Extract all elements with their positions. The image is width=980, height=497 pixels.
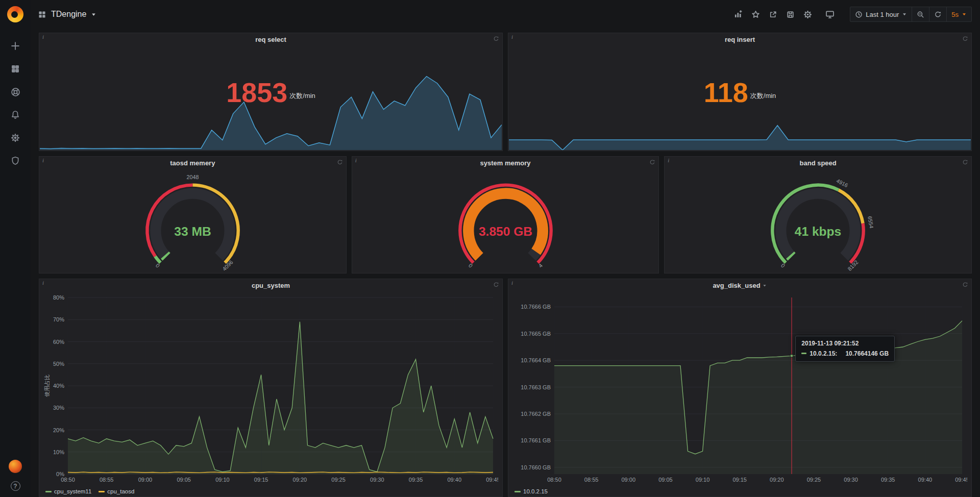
panel-info-icon[interactable]: i (42, 34, 44, 40)
svg-text:09:25: 09:25 (807, 477, 821, 483)
svg-text:09:25: 09:25 (331, 477, 346, 483)
cycle-view-mode-button[interactable] (822, 7, 838, 21)
time-controls: Last 1 hour 5s (850, 7, 972, 22)
svg-text:09:20: 09:20 (770, 477, 784, 483)
dashboard-grid-icon[interactable] (38, 10, 46, 19)
panel-loading-icon (962, 36, 968, 42)
svg-text:09:35: 09:35 (409, 477, 423, 483)
svg-text:50%: 50% (53, 361, 64, 367)
panel-taosd-memory: i taosd memery 02048409633 MB (39, 156, 347, 274)
chevron-down-icon[interactable] (91, 12, 96, 17)
panel-info-icon[interactable]: i (42, 157, 44, 163)
panel-req-insert: i req insert 118 次数/min (508, 33, 972, 151)
sidebar-item-server-admin[interactable] (6, 155, 24, 167)
stat-unit: 次数/min (289, 91, 315, 101)
share-icon (769, 10, 777, 19)
svg-text:41 kbps: 41 kbps (795, 225, 842, 238)
panel-menu-caret-icon[interactable] (762, 283, 767, 288)
sidebar-item-configuration[interactable] (6, 132, 24, 144)
panel-info-icon[interactable]: i (511, 34, 513, 40)
svg-text:10.7666 GB: 10.7666 GB (521, 304, 551, 310)
svg-text:3.850 GB: 3.850 GB (479, 225, 532, 238)
help-icon[interactable]: ? (11, 481, 20, 491)
monitor-icon (825, 10, 835, 19)
dashboards-icon (11, 64, 20, 73)
band-speed-gauge[interactable]: 049166554819241 kbps (669, 170, 967, 271)
svg-text:09:10: 09:10 (696, 477, 710, 483)
clock-icon (855, 11, 863, 18)
time-range-label: Last 1 hour (866, 11, 899, 18)
series-color-swatch (45, 491, 52, 492)
save-dashboard-button[interactable] (782, 7, 798, 21)
legend-item[interactable]: 10.0.2.15 (514, 488, 548, 494)
panel-title[interactable]: avg_disk_used (508, 279, 971, 292)
svg-text:09:00: 09:00 (622, 477, 636, 483)
add-panel-button[interactable] (730, 7, 746, 21)
user-avatar[interactable] (9, 460, 22, 473)
cpu-system-graph[interactable]: 08:5008:5509:0009:0509:1009:1509:2009:25… (43, 293, 498, 483)
series-color-swatch (801, 353, 806, 354)
refresh-interval-dropdown[interactable]: 5s (946, 7, 971, 21)
graph-legend: cpu_system11cpu_taosd (45, 488, 134, 494)
svg-text:10%: 10% (53, 449, 64, 455)
svg-text:2048: 2048 (187, 174, 199, 180)
panel-title[interactable]: req insert (508, 33, 971, 46)
sidebar-item-dashboards[interactable] (6, 63, 24, 75)
svg-text:60%: 60% (53, 339, 64, 345)
dashboard-grid: i req select 1853 次数/min i req insert 11… (31, 29, 980, 497)
svg-text:4916: 4916 (836, 178, 849, 189)
svg-text:0%: 0% (56, 471, 64, 477)
panel-info-icon[interactable]: i (355, 157, 357, 163)
refresh-interval-label: 5s (951, 11, 959, 18)
chevron-down-icon (962, 12, 967, 17)
save-icon (786, 10, 795, 19)
svg-text:10.7663 GB: 10.7663 GB (521, 384, 551, 390)
zoom-out-button[interactable] (912, 7, 929, 21)
svg-text:10.7660 GB: 10.7660 GB (521, 464, 551, 470)
svg-text:33 MB: 33 MB (174, 225, 211, 238)
svg-text:10.7664 GB: 10.7664 GB (521, 357, 551, 363)
series-color-swatch (99, 491, 105, 492)
legend-item[interactable]: cpu_taosd (99, 488, 134, 494)
panel-title[interactable]: req select (39, 33, 502, 46)
svg-text:10.7662 GB: 10.7662 GB (521, 411, 551, 417)
sidebar: ? (0, 0, 31, 497)
taosd-memory-gauge[interactable]: 02048409633 MB (43, 170, 342, 271)
grafana-logo[interactable] (0, 0, 31, 29)
svg-text:40%: 40% (53, 383, 64, 389)
sidebar-item-alerting[interactable] (6, 109, 24, 121)
panel-title-text: avg_disk_used (713, 282, 760, 289)
svg-text:09:05: 09:05 (177, 477, 191, 483)
svg-text:09:05: 09:05 (658, 477, 673, 483)
panel-info-icon[interactable]: i (511, 280, 513, 286)
svg-text:70%: 70% (53, 316, 64, 322)
svg-text:09:40: 09:40 (448, 477, 462, 483)
panel-loading-icon (962, 159, 968, 165)
svg-text:0: 0 (780, 262, 787, 269)
sidebar-item-create[interactable] (6, 40, 24, 52)
panel-system-memory: i system memory 043.850 GB (352, 156, 659, 274)
series-color-swatch (514, 491, 521, 492)
gear-icon (803, 10, 812, 19)
sidebar-item-explore[interactable] (6, 86, 24, 98)
refresh-button[interactable] (929, 7, 946, 21)
svg-text:08:55: 08:55 (100, 477, 114, 483)
avg-disk-used-graph[interactable]: 08:5008:5509:0009:0509:1009:1509:2009:25… (512, 293, 967, 483)
legend-item[interactable]: cpu_system11 (45, 488, 91, 494)
system-memory-gauge[interactable]: 043.850 GB (356, 170, 655, 271)
panel-info-icon[interactable]: i (668, 157, 669, 163)
dashboard-settings-button[interactable] (800, 7, 815, 21)
panel-title[interactable]: system memory (352, 157, 659, 170)
svg-text:8192: 8192 (847, 259, 860, 271)
panel-title[interactable]: taosd memery (39, 157, 346, 170)
panel-title[interactable]: band speed (665, 157, 971, 170)
dashboard-title[interactable]: TDengine (51, 10, 86, 19)
svg-text:08:50: 08:50 (61, 477, 75, 483)
share-dashboard-button[interactable] (765, 7, 780, 21)
panel-info-icon[interactable]: i (42, 280, 44, 286)
time-range-picker[interactable]: Last 1 hour (850, 7, 912, 21)
star-dashboard-button[interactable] (748, 7, 763, 21)
navbar: TDengine (31, 0, 980, 29)
svg-text:09:30: 09:30 (844, 477, 858, 483)
panel-title[interactable]: cpu_system (39, 279, 502, 292)
